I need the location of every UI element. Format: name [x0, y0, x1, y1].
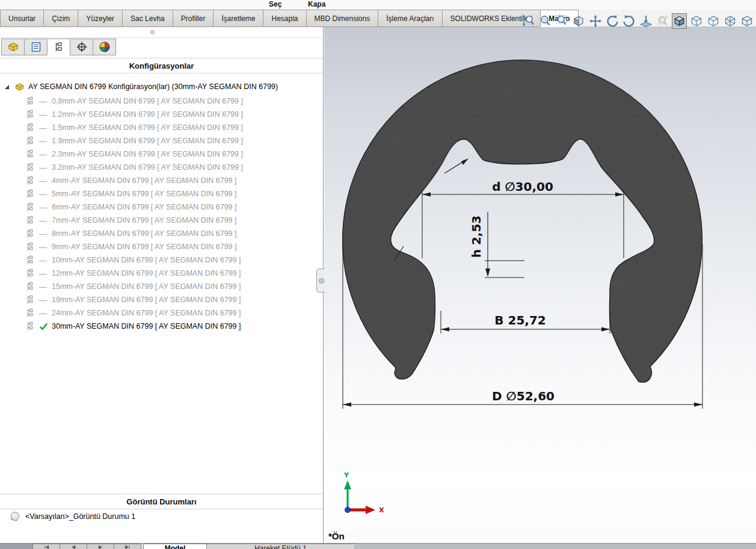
motion-study-tab[interactable]: Hareket Etüdü 1 — [206, 544, 355, 549]
configuration-row[interactable]: — 19mm-AY SEGMAN DIN 6799 [ AY SEGMAN DI… — [0, 293, 323, 306]
zoom-to-area-icon[interactable] — [537, 13, 552, 29]
bottom-bar-filler — [354, 544, 756, 549]
configuration-row[interactable]: — 24mm-AY SEGMAN DIN 6799 [ AY SEGMAN DI… — [0, 306, 323, 320]
configuration-label: 30mm-AY SEGMAN DIN 6799 [ AY SEGMAN DIN … — [52, 322, 241, 330]
zoom-in-out-icon[interactable] — [520, 13, 535, 29]
configuration-icon — [26, 308, 34, 318]
configuration-label: 9mm-AY SEGMAN DIN 6799 [ AY SEGMAN DIN 6… — [52, 243, 237, 251]
menu-item-kapa[interactable]: Kapa — [308, 0, 325, 8]
configuration-label: 2.3mm-AY SEGMAN DIN 6799 [ AY SEGMAN DIN… — [52, 150, 243, 158]
inactive-dash-icon: — — [39, 176, 47, 185]
configuration-icon — [26, 216, 34, 225]
configurations-header: Konfigürasyonlar — [0, 58, 323, 73]
horizontal-splitter-handle[interactable] — [150, 30, 155, 34]
configuration-row[interactable]: — 7mm-AY SEGMAN DIN 6799 [ AY SEGMAN DIN… — [0, 214, 323, 227]
configuration-row[interactable]: — 6mm-AY SEGMAN DIN 6799 [ AY SEGMAN DIN… — [0, 200, 323, 214]
panel-top-strip — [0, 27, 323, 38]
expand-caret-icon[interactable] — [5, 85, 9, 89]
inactive-dash-icon: — — [39, 309, 47, 318]
display-shaded-with-edges-icon[interactable] — [672, 13, 687, 29]
active-check-icon — [39, 322, 48, 331]
model-tab[interactable]: Model — [143, 544, 207, 549]
zoom-to-fit-icon[interactable] — [554, 13, 569, 29]
bottom-tab-bar: |◀◀▶▶| Model Hareket Etüdü 1 — [0, 543, 756, 549]
configuration-row[interactable]: — 30mm-AY SEGMAN DIN 6799 [ AY SEGMAN DI… — [0, 320, 323, 333]
displaymanager-tab[interactable] — [93, 39, 116, 55]
dimension-D-text[interactable]: D ∅52,60 — [492, 389, 555, 403]
command-tab[interactable]: Hesapla — [263, 10, 306, 27]
inactive-dash-icon: — — [39, 123, 47, 132]
configuration-row[interactable]: — 1.2mm-AY SEGMAN DIN 6799 [ AY SEGMAN D… — [0, 108, 323, 121]
pan-icon[interactable] — [588, 13, 603, 29]
command-tab[interactable]: Yüzeyler — [78, 10, 123, 27]
configuration-row[interactable]: — 1.5mm-AY SEGMAN DIN 6799 [ AY SEGMAN D… — [0, 121, 323, 134]
configuration-row[interactable]: — 10mm-AY SEGMAN DIN 6799 [ AY SEGMAN DI… — [0, 253, 323, 267]
configurationmanager-tab[interactable] — [47, 39, 70, 55]
configuration-row[interactable]: — 3.2mm-AY SEGMAN DIN 6799 [ AY SEGMAN D… — [0, 161, 323, 174]
configuration-icon — [26, 110, 34, 119]
featuremanager-panel: Konfigürasyonlar AY SEGMAN DIN 6799 Konf… — [0, 27, 324, 543]
configuration-icon — [26, 123, 34, 132]
display-shaded-icon[interactable] — [739, 13, 754, 29]
zoom-to-selection-icon[interactable] — [655, 13, 670, 29]
display-state-label: <Varsayılan>_Görüntü Durumu 1 — [25, 512, 135, 521]
dimension-B-text[interactable]: B 25,72 — [494, 313, 545, 327]
section-view-icon[interactable] — [571, 13, 586, 29]
configuration-row[interactable]: — 2.3mm-AY SEGMAN DIN 6799 [ AY SEGMAN D… — [0, 147, 323, 161]
configuration-row[interactable]: — 8mm-AY SEGMAN DIN 6799 [ AY SEGMAN DIN… — [0, 227, 323, 240]
sheet-nav-button[interactable]: |◀ — [32, 544, 60, 549]
configuration-row[interactable]: — 9mm-AY SEGMAN DIN 6799 [ AY SEGMAN DIN… — [0, 240, 323, 253]
display-state-sphere-icon — [10, 511, 20, 522]
configuration-row[interactable]: — 5mm-AY SEGMAN DIN 6799 [ AY SEGMAN DIN… — [0, 187, 323, 200]
display-states-header: Görüntü Durumları — [0, 494, 323, 509]
sheet-nav-buttons: |◀◀▶▶| — [32, 544, 141, 549]
command-tab[interactable]: MBD Dimensions — [306, 10, 379, 27]
display-hidden-lines-visible-icon[interactable] — [689, 13, 704, 29]
inactive-dash-icon: — — [39, 296, 47, 305]
headsup-view-toolbar — [520, 13, 754, 29]
display-wireframe-icon[interactable] — [722, 13, 737, 29]
vertical-splitter-handle[interactable] — [316, 268, 325, 293]
menu-item-sec[interactable]: Seç — [269, 0, 281, 8]
configuration-row[interactable]: — 1.9mm-AY SEGMAN DIN 6799 [ AY SEGMAN D… — [0, 134, 323, 147]
configuration-row[interactable]: — 15mm-AY SEGMAN DIN 6799 [ AY SEGMAN DI… — [0, 280, 323, 293]
configuration-icon — [26, 321, 34, 331]
dimension-h-text[interactable]: h 2,53 — [469, 216, 484, 258]
featuremanager-tab[interactable] — [1, 39, 25, 55]
configuration-row[interactable]: — 4mm-AY SEGMAN DIN 6799 [ AY SEGMAN DIN… — [0, 174, 323, 187]
sheet-nav-button[interactable]: ▶ — [87, 544, 114, 549]
command-tab[interactable]: İşleme Araçları — [378, 10, 442, 27]
normal-to-icon[interactable] — [638, 13, 653, 29]
command-tab[interactable]: Profiller — [173, 10, 214, 27]
configuration-label: 1.9mm-AY SEGMAN DIN 6799 [ AY SEGMAN DIN… — [52, 137, 243, 145]
command-tab[interactable]: İşaretleme — [213, 10, 263, 27]
configuration-row[interactable]: — 12mm-AY SEGMAN DIN 6799 [ AY SEGMAN DI… — [0, 267, 323, 280]
view-orientation-label: *Ön — [328, 531, 345, 541]
tree-root-row[interactable]: AY SEGMAN DIN 6799 Konfigürasyon(lar) (3… — [0, 79, 323, 95]
display-hidden-lines-removed-icon[interactable] — [705, 13, 721, 29]
configuration-label: 19mm-AY SEGMAN DIN 6799 [ AY SEGMAN DIN … — [52, 296, 241, 304]
command-tab[interactable]: Çizim — [43, 10, 78, 27]
rotate-view-cw-icon[interactable] — [621, 13, 636, 29]
command-tab[interactable]: Unsurlar — [0, 10, 44, 27]
part-icon — [14, 82, 25, 92]
configuration-icon — [26, 202, 34, 212]
sheet-nav-button[interactable]: ◀ — [60, 544, 87, 549]
rotate-view-ccw-icon[interactable] — [604, 13, 619, 29]
configuration-row[interactable]: — 0,8mm-AY SEGMAN DIN 6799 [ AY SEGMAN D… — [0, 95, 323, 108]
sheet-nav-button[interactable]: ▶| — [114, 544, 141, 549]
tree-root-label: AY SEGMAN DIN 6799 Konfigürasyon(lar) (3… — [28, 82, 278, 91]
configuration-tree: AY SEGMAN DIN 6799 Konfigürasyon(lar) (3… — [0, 79, 323, 333]
display-state-row[interactable]: <Varsayılan>_Görüntü Durumu 1 — [0, 509, 323, 524]
inactive-dash-icon: — — [39, 243, 47, 252]
dimension-d-text[interactable]: d ∅30,00 — [492, 179, 553, 194]
propertymanager-tab[interactable] — [24, 39, 48, 55]
command-tab[interactable]: Sac Levha — [122, 10, 173, 27]
menu-bar: Seç Kapa — [0, 0, 756, 10]
configuration-label: 15mm-AY SEGMAN DIN 6799 [ AY SEGMAN DIN … — [52, 282, 241, 291]
inactive-dash-icon: — — [39, 137, 47, 146]
dimxpert-tab[interactable] — [70, 39, 93, 55]
property-list-icon — [30, 41, 42, 53]
configuration-label: 10mm-AY SEGMAN DIN 6799 [ AY SEGMAN DIN … — [52, 256, 241, 264]
crosshair-icon — [76, 41, 88, 53]
